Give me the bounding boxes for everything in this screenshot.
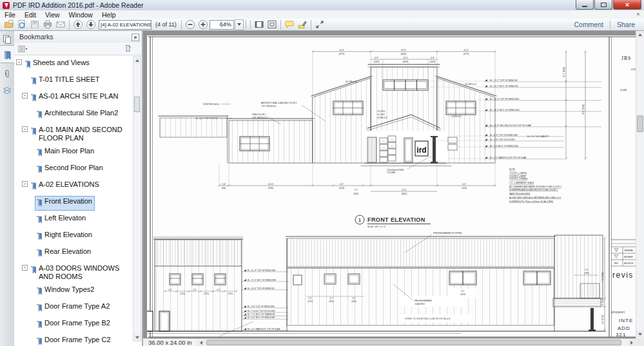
- bookmark-item[interactable]: T-01 TITLE SHEET: [14, 74, 133, 89]
- open-button[interactable]: [3, 19, 15, 30]
- fullscreen-button[interactable]: [313, 19, 326, 30]
- collapse-toggle-icon[interactable]: -: [22, 181, 28, 187]
- collapse-toggle-icon[interactable]: -: [22, 265, 28, 271]
- fit-page-button[interactable]: [266, 19, 278, 30]
- dim-label: 6'-0": [329, 297, 333, 300]
- bookmark-item[interactable]: -A-01 MAIN AND SECOND FLOOR PLAN: [14, 124, 133, 144]
- next-page-button[interactable]: [84, 19, 97, 30]
- zoom-dropdown-button[interactable]: [235, 19, 244, 30]
- bookmark-label[interactable]: A-02 ELEVATIONS: [39, 180, 99, 189]
- menu-window[interactable]: Window: [64, 11, 97, 19]
- bottom-elevation: 4'-0" [1219] 4'-0" [1219] 4'-0" [1219]: [147, 232, 606, 336]
- dim-label: 7'-4": [354, 189, 358, 191]
- layers-button[interactable]: [0, 84, 14, 98]
- lg-label: L.G.: [391, 145, 394, 147]
- bookmark-label[interactable]: Door Frame Type A2: [44, 302, 110, 311]
- bookmark-item[interactable]: -A-03 DOORS WINDOWS AND ROOMS: [14, 263, 133, 282]
- top-elevation: L.G. L.G. L.G. L.G. ird: [159, 64, 496, 169]
- bookmarks-scrollbar[interactable]: [133, 56, 141, 341]
- bookmark-label[interactable]: Window Types2: [44, 285, 94, 294]
- bookmark-icon: [36, 164, 43, 176]
- cloud-save-button[interactable]: [15, 19, 28, 30]
- bookmark-label[interactable]: Door Frame Type C2: [44, 336, 111, 344]
- el-label: EL. 0'-0" MAIN FLOOR TOP OF SLAB: [490, 157, 527, 159]
- comment-panel-button[interactable]: Comment: [567, 21, 610, 28]
- previous-page-button[interactable]: [72, 19, 84, 30]
- collapse-toggle-icon[interactable]: -: [22, 93, 28, 99]
- minimize-button[interactable]: [576, 0, 594, 10]
- pdf-page: L.G. L.G. L.G. L.G. ird: [147, 35, 637, 338]
- share-panel-button[interactable]: Share: [610, 21, 641, 28]
- panel-menu-icon[interactable]: [132, 34, 139, 41]
- dim-label: 10'-10": [268, 183, 274, 186]
- menu-view[interactable]: View: [41, 11, 64, 19]
- bookmark-label[interactable]: Door Frame Type B2: [44, 319, 110, 327]
- bookmark-label[interactable]: Sheets and Views: [33, 59, 90, 67]
- bookmark-item[interactable]: Left Elevaton: [14, 213, 133, 227]
- bookmark-item[interactable]: -AS-01 ARCH SITE PLAN: [14, 91, 133, 106]
- zoom-out-button[interactable]: [184, 19, 197, 30]
- scroll-left-icon[interactable]: [197, 339, 205, 346]
- bookmarks-tab-button[interactable]: [0, 48, 14, 62]
- bookmark-label[interactable]: Rear Elevation: [44, 247, 91, 256]
- zoom-in-button[interactable]: [197, 19, 210, 30]
- bookmark-label[interactable]: Front Elevation: [44, 197, 92, 206]
- maximize-button[interactable]: [594, 0, 612, 10]
- bookmark-label[interactable]: Architectural Site Plan2: [44, 109, 118, 117]
- scroll-down-icon[interactable]: [636, 331, 644, 338]
- horizontal-scrollbar-thumb[interactable]: [206, 340, 621, 345]
- zoom-level-field[interactable]: 64%: [210, 20, 234, 30]
- bookmark-label[interactable]: Left Elevaton: [44, 214, 86, 222]
- page-number-field[interactable]: [4] A-02 ELEVATIONS: [99, 20, 151, 30]
- bookmarks-scrollbar-thumb[interactable]: [134, 97, 140, 112]
- note-line: COLOR 3 = GREEN: [509, 178, 527, 180]
- bookmark-label[interactable]: A-03 DOORS WINDOWS AND ROOMS: [39, 264, 130, 281]
- bookmark-options-button[interactable]: [18, 45, 28, 53]
- bookmark-label[interactable]: AS-01 ARCH SITE PLAN: [39, 92, 119, 101]
- vertical-scrollbar-thumb[interactable]: [637, 115, 643, 132]
- menu-edit[interactable]: Edit: [20, 11, 41, 19]
- bookmark-item[interactable]: -Sheets and Views: [14, 57, 133, 72]
- print-button[interactable]: [41, 19, 54, 30]
- scroll-up-icon[interactable]: [133, 57, 141, 64]
- vertical-scrollbar[interactable]: [636, 31, 644, 338]
- bookmark-item[interactable]: Door Frame Type B2: [14, 318, 133, 332]
- bookmark-item[interactable]: Right Elevation: [14, 229, 133, 244]
- attachments-button[interactable]: [0, 67, 14, 81]
- bookmark-label[interactable]: Right Elevation: [44, 231, 92, 239]
- scroll-right-icon[interactable]: [628, 339, 636, 346]
- email-icon: [55, 19, 66, 30]
- hide-toolbar-icon[interactable]: ×: [635, 11, 641, 17]
- dim-label: 6'-8": [340, 183, 344, 186]
- page-thumbnails-button[interactable]: [0, 32, 14, 46]
- bookmark-item[interactable]: Architectural Site Plan2: [14, 108, 133, 122]
- bookmark-label[interactable]: A-01 MAIN AND SECOND FLOOR PLAN: [39, 126, 130, 142]
- bookmark-label[interactable]: Second Floor Plan: [44, 164, 103, 172]
- bookmark-label[interactable]: T-01 TITLE SHEET: [39, 75, 100, 84]
- collapse-toggle-icon[interactable]: -: [16, 59, 22, 65]
- new-bookmark-button[interactable]: [123, 44, 132, 53]
- bookmark-label[interactable]: Main Floor Plan: [44, 147, 94, 155]
- bookmark-item[interactable]: Front Elevation: [14, 196, 133, 211]
- bookmark-item[interactable]: Second Floor Plan: [14, 162, 133, 177]
- comment-bubble-button[interactable]: [283, 19, 296, 30]
- menu-help[interactable]: Help: [97, 11, 121, 19]
- close-button[interactable]: ×: [613, 0, 641, 10]
- scrolling-mode-button[interactable]: [253, 19, 266, 30]
- horizontal-scrollbar[interactable]: [205, 339, 628, 346]
- bookmark-item[interactable]: Window Types2: [14, 284, 133, 299]
- scroll-up-icon[interactable]: [636, 31, 644, 39]
- scroll-down-icon[interactable]: [133, 334, 141, 341]
- dim-label: 4'-0": [168, 289, 171, 291]
- email-button[interactable]: [54, 19, 67, 30]
- bookmark-item[interactable]: -A-02 ELEVATIONS: [14, 179, 133, 194]
- bookmark-item[interactable]: Door Frame Type C2: [14, 334, 133, 346]
- bookmark-item[interactable]: Door Frame Type A2: [14, 301, 133, 316]
- highlight-button[interactable]: [296, 19, 309, 30]
- title-bar: PDF IRD Addition 2016.pdf - Adobe Reader…: [0, 0, 644, 11]
- collapse-toggle-icon[interactable]: -: [22, 126, 28, 132]
- bookmark-item[interactable]: Rear Elevation: [14, 246, 133, 261]
- menu-file[interactable]: File: [0, 11, 20, 19]
- bookmark-item[interactable]: Main Floor Plan: [14, 146, 133, 160]
- save-button[interactable]: [28, 19, 41, 30]
